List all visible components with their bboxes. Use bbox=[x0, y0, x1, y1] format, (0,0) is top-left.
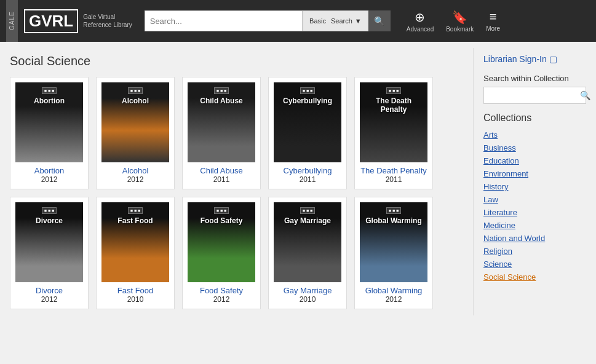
book-cover-divorce: ■ ■ ■ Divorce bbox=[15, 202, 83, 282]
logo-subtitle: Gale Virtual Reference Library bbox=[83, 13, 132, 29]
cover-title-abortion: Abortion bbox=[34, 97, 65, 105]
sidebar-item-business[interactable]: Business bbox=[483, 141, 586, 154]
sidebar: Librarian Sign-In ▢ Search within Collec… bbox=[473, 48, 596, 315]
cover-badge: ■ ■ ■ bbox=[214, 87, 229, 94]
book-cover-alcohol: ■ ■ ■ Alcohol bbox=[101, 82, 169, 162]
book-card-cyberbullying[interactable]: ■ ■ ■ Cyberbullying Cyberbullying 2011 bbox=[268, 77, 347, 189]
search-icon: 🔍 bbox=[374, 16, 384, 26]
book-name-alcohol: Alcohol bbox=[122, 166, 149, 175]
sidebar-item-religion[interactable]: Religion bbox=[483, 245, 586, 258]
sidebar-item-history[interactable]: History bbox=[483, 180, 586, 193]
sidebar-item-arts[interactable]: Arts bbox=[483, 129, 586, 141]
book-card-alcohol[interactable]: ■ ■ ■ Alcohol Alcohol 2012 bbox=[96, 77, 175, 189]
cover-title-food-safety: Food Safety bbox=[201, 216, 243, 225]
advanced-button[interactable]: ⊕ Advanced bbox=[407, 10, 434, 33]
header: GALE GVRL Gale Virtual Reference Library… bbox=[0, 0, 596, 42]
cover-badge: ■ ■ ■ bbox=[386, 207, 402, 214]
book-cover-fast-food: ■ ■ ■ Fast Food bbox=[101, 202, 169, 282]
collection-search-input[interactable] bbox=[488, 91, 580, 100]
search-collection-label: Search within Collection bbox=[483, 74, 586, 83]
cover-badge: ■ ■ ■ bbox=[300, 207, 316, 214]
sidebar-item-nation-and-world[interactable]: Nation and World bbox=[483, 232, 586, 245]
page-title: Social Science bbox=[10, 54, 463, 68]
book-card-food-safety[interactable]: ■ ■ ■ Food Safety Food Safety 2012 bbox=[182, 197, 261, 309]
collections-title: Collections bbox=[483, 113, 586, 124]
bookmark-button[interactable]: 🔖 Bookmark bbox=[446, 10, 474, 33]
more-icon: ≡ bbox=[490, 10, 497, 24]
bookmark-icon: 🔖 bbox=[452, 10, 467, 25]
book-year-child-abuse: 2011 bbox=[200, 175, 242, 184]
book-label-global-warming: Global Warming 2012 bbox=[365, 286, 423, 304]
book-label-abortion: Abortion 2012 bbox=[34, 166, 64, 184]
sidebar-item-medicine[interactable]: Medicine bbox=[483, 219, 586, 232]
collections-list: ArtsBusinessEducationEnvironmentHistoryL… bbox=[483, 129, 586, 283]
book-label-gay-marriage: Gay Marriage 2010 bbox=[284, 286, 332, 304]
book-card-death-penalty[interactable]: ■ ■ ■ The Death Penalty The Death Penalt… bbox=[354, 77, 433, 189]
librarian-signin-link[interactable]: Librarian Sign-In ▢ bbox=[483, 54, 586, 64]
book-label-cyberbullying: Cyberbullying 2011 bbox=[284, 166, 332, 184]
book-name-child-abuse: Child Abuse bbox=[200, 166, 242, 175]
book-name-cyberbullying: Cyberbullying bbox=[284, 166, 332, 175]
chevron-down-icon: ▼ bbox=[355, 17, 362, 25]
book-card-divorce[interactable]: ■ ■ ■ Divorce Divorce 2012 bbox=[10, 197, 89, 309]
book-card-global-warming[interactable]: ■ ■ ■ Global Warming Global Warming 2012 bbox=[354, 197, 433, 309]
book-card-child-abuse[interactable]: ■ ■ ■ Child Abuse Child Abuse 2011 bbox=[182, 77, 261, 189]
book-name-death-penalty: The Death Penalty bbox=[360, 166, 427, 175]
header-actions: ⊕ Advanced 🔖 Bookmark ≡ More bbox=[407, 10, 500, 33]
cover-badge: ■ ■ ■ bbox=[386, 87, 402, 94]
sidebar-item-social-science[interactable]: Social Science bbox=[483, 271, 586, 283]
cover-title-cyberbullying: Cyberbullying bbox=[283, 97, 332, 105]
sidebar-item-environment[interactable]: Environment bbox=[483, 167, 586, 180]
search-input[interactable] bbox=[150, 17, 297, 26]
cover-title-gay-marriage: Gay Marriage bbox=[284, 216, 331, 225]
book-card-fast-food[interactable]: ■ ■ ■ Fast Food Fast Food 2010 bbox=[96, 197, 175, 309]
content-area: Social Science ■ ■ ■ Abortion Abortion 2… bbox=[0, 48, 473, 315]
cover-title-alcohol: Alcohol bbox=[122, 97, 149, 105]
book-cover-death-penalty: ■ ■ ■ The Death Penalty bbox=[360, 82, 427, 162]
book-cover-gay-marriage: ■ ■ ■ Gay Marriage bbox=[274, 202, 341, 282]
book-label-divorce: Divorce 2012 bbox=[36, 286, 63, 304]
book-cover-food-safety: ■ ■ ■ Food Safety bbox=[188, 202, 255, 282]
gale-tab-label: GALE bbox=[6, 0, 18, 42]
book-label-food-safety: Food Safety 2012 bbox=[200, 286, 243, 304]
book-label-alcohol: Alcohol 2012 bbox=[122, 166, 149, 184]
external-link-icon: ▢ bbox=[549, 54, 557, 64]
search-icon-small: 🔍 bbox=[580, 90, 590, 100]
book-year-gay-marriage: 2010 bbox=[284, 295, 332, 304]
sidebar-item-science[interactable]: Science bbox=[483, 258, 586, 271]
collection-search-button[interactable]: 🔍 bbox=[580, 90, 590, 100]
book-name-food-safety: Food Safety bbox=[200, 286, 243, 295]
cover-badge: ■ ■ ■ bbox=[128, 207, 143, 214]
search-area: BasicSearch ▼ 🔍 bbox=[145, 10, 391, 31]
search-input-wrap bbox=[145, 10, 303, 31]
main-layout: Social Science ■ ■ ■ Abortion Abortion 2… bbox=[0, 42, 596, 322]
search-button[interactable]: 🔍 bbox=[368, 10, 391, 31]
cover-badge: ■ ■ ■ bbox=[300, 87, 316, 94]
book-cover-global-warming: ■ ■ ■ Global Warming bbox=[360, 202, 427, 282]
sidebar-item-law[interactable]: Law bbox=[483, 193, 586, 206]
book-card-gay-marriage[interactable]: ■ ■ ■ Gay Marriage Gay Marriage 2010 bbox=[268, 197, 347, 309]
book-label-fast-food: Fast Food 2010 bbox=[117, 286, 154, 304]
book-year-abortion: 2012 bbox=[34, 175, 64, 184]
book-cover-cyberbullying: ■ ■ ■ Cyberbullying bbox=[274, 82, 341, 162]
cover-badge: ■ ■ ■ bbox=[214, 207, 229, 214]
book-year-global-warming: 2012 bbox=[365, 295, 423, 304]
book-year-food-safety: 2012 bbox=[200, 295, 243, 304]
book-year-alcohol: 2012 bbox=[122, 175, 149, 184]
cover-badge: ■ ■ ■ bbox=[42, 207, 57, 214]
search-type-button[interactable]: BasicSearch ▼ bbox=[303, 10, 368, 31]
book-card-abortion[interactable]: ■ ■ ■ Abortion Abortion 2012 bbox=[10, 77, 89, 189]
logo-gvrl: GVRL bbox=[24, 9, 78, 33]
advanced-icon: ⊕ bbox=[415, 10, 425, 25]
cover-title-death-penalty: The Death Penalty bbox=[364, 97, 424, 114]
sidebar-item-education[interactable]: Education bbox=[483, 154, 586, 167]
collection-search-wrap: 🔍 bbox=[483, 87, 586, 104]
book-cover-child-abuse: ■ ■ ■ Child Abuse bbox=[188, 82, 255, 162]
cover-badge: ■ ■ ■ bbox=[128, 87, 143, 94]
sidebar-item-literature[interactable]: Literature bbox=[483, 206, 586, 219]
cover-title-global-warming: Global Warming bbox=[365, 216, 422, 225]
more-button[interactable]: ≡ More bbox=[486, 10, 500, 33]
book-label-death-penalty: The Death Penalty 2011 bbox=[360, 166, 427, 184]
book-name-fast-food: Fast Food bbox=[117, 286, 154, 295]
book-name-global-warming: Global Warming bbox=[365, 286, 423, 295]
